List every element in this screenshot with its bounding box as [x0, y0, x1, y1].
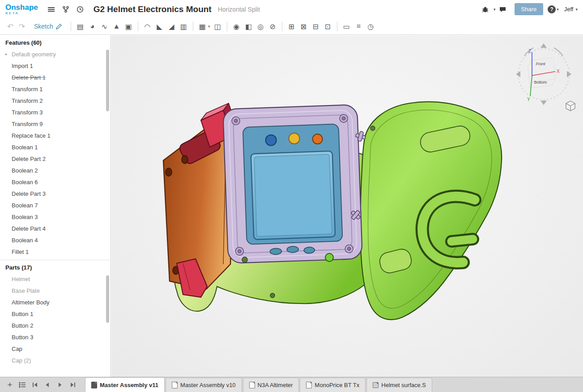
main-menu-icon[interactable]	[46, 4, 57, 15]
fillet-icon[interactable]: ◠	[141, 21, 153, 32]
first-tab-button[interactable]	[30, 379, 40, 390]
feature-item[interactable]: Boolean 3	[0, 211, 111, 223]
feature-item[interactable]: Boolean 4	[0, 234, 111, 246]
user-menu[interactable]: Jeff ▾	[564, 6, 578, 13]
move-face-icon[interactable]: ⊟	[310, 21, 322, 32]
model-canvas[interactable]	[138, 93, 514, 335]
pencil-icon	[55, 23, 62, 30]
feature-item[interactable]: Delete Part 2	[0, 153, 111, 164]
bottom-face-label[interactable]: Bottom	[534, 80, 547, 84]
feature-item[interactable]: Delete Part 1	[0, 72, 111, 83]
parts-scrollbar[interactable]	[106, 275, 109, 323]
rotate-up-arrow-icon[interactable]	[540, 43, 547, 48]
feature-label: Delete Part 1	[12, 74, 46, 81]
tab-list-button[interactable]	[17, 379, 28, 390]
next-tab-button[interactable]	[55, 379, 65, 390]
mirror-icon[interactable]: ◫	[212, 21, 224, 32]
last-tab-button[interactable]	[67, 379, 78, 390]
history-icon[interactable]: ◷	[365, 21, 377, 32]
document-tab[interactable]: Master Assembly v10	[166, 378, 242, 392]
part-helmet-mount-shield[interactable]	[361, 102, 502, 320]
transform-icon[interactable]: ⊞	[285, 21, 298, 32]
delete-part-icon[interactable]: ⊘	[267, 21, 279, 32]
extrude-icon[interactable]: ▤	[74, 21, 86, 32]
replace-face-icon[interactable]: ⊡	[322, 21, 334, 32]
boolean-icon[interactable]: ◉	[230, 21, 243, 32]
document-tab[interactable]: N3A Altimeter	[243, 378, 299, 392]
previous-tab-button[interactable]	[42, 379, 53, 390]
redo-icon[interactable]: ↷	[16, 22, 28, 31]
x-axis-label: X	[557, 69, 560, 74]
part-button-3[interactable]	[312, 134, 323, 144]
thicken-icon[interactable]: ▣	[123, 21, 135, 32]
document-tab[interactable]: MonoPrice BT Tx	[300, 378, 366, 392]
part-item[interactable]: Altimeter Body	[0, 296, 111, 308]
share-button[interactable]: Share	[515, 3, 544, 15]
part-button-1[interactable]	[265, 135, 277, 146]
measure-icon[interactable]: ▭	[340, 21, 353, 32]
workspace-subtitle: Horizontal Split	[218, 6, 260, 13]
feature-item[interactable]: Boolean 1	[0, 141, 111, 153]
pattern-dropdown-caret-icon[interactable]: ▾	[207, 21, 212, 32]
mass-properties-icon[interactable]: ≡	[353, 21, 365, 32]
feature-item[interactable]: Transform 2	[0, 95, 111, 106]
sketch-button[interactable]: Sketch	[34, 23, 62, 30]
feature-item[interactable]: Boolean 2	[0, 164, 111, 176]
feature-item[interactable]: Boolean 7	[0, 199, 111, 211]
document-tab[interactable]: Helmet surface.S	[366, 378, 432, 392]
tab-document-icon	[91, 382, 97, 388]
part-altimeter-frame[interactable]	[223, 105, 362, 263]
chamfer-icon[interactable]: ◣	[153, 21, 166, 32]
history-clock-icon[interactable]	[74, 4, 86, 15]
help-icon[interactable]: ?	[548, 5, 556, 13]
feedback-caret-icon[interactable]: ▾	[494, 7, 496, 12]
feature-item[interactable]: Delete Part 4	[0, 223, 111, 234]
revolve-icon[interactable]: ◕	[86, 21, 98, 32]
feature-item[interactable]: Delete Part 3	[0, 188, 111, 199]
sweep-icon[interactable]: ∿	[98, 21, 111, 32]
toolbar-divider	[71, 21, 71, 31]
onshape-logo[interactable]: Onshape BETA	[5, 4, 38, 15]
part-item[interactable]: Helmet	[0, 273, 111, 285]
feature-item[interactable]: Fillet 1	[0, 246, 111, 257]
comments-icon[interactable]	[497, 4, 509, 15]
feedback-bug-icon[interactable]	[480, 4, 491, 15]
draft-icon[interactable]: ◢	[166, 21, 178, 32]
shell-icon[interactable]: ▥	[178, 21, 190, 32]
add-tab-button[interactable]: +	[4, 379, 15, 390]
intersect-icon[interactable]: ◎	[255, 21, 267, 32]
feature-item[interactable]: Transform 9	[0, 118, 111, 130]
help-caret-icon[interactable]: ▾	[557, 7, 559, 12]
undo-icon[interactable]: ↶	[4, 22, 16, 31]
delete-face-icon[interactable]: ⊠	[298, 21, 310, 32]
document-tab[interactable]: Master Assembly v11	[85, 377, 165, 392]
view-cube[interactable]: Z X Y Front Bottom	[511, 39, 580, 108]
features-header: Features (60)	[0, 35, 111, 48]
toolbar-icons: ▤ ◕ ∿ ▲ ▣ ◠ ◣ ◢ ▥ ▦ ▾ ◫ ◉	[68, 21, 377, 32]
feature-item[interactable]: Replace face 1	[0, 130, 111, 141]
logo-text: Onshape	[5, 4, 38, 11]
part-button-2[interactable]	[289, 133, 300, 144]
features-scrollbar[interactable]	[106, 50, 109, 111]
isometric-view-button[interactable]	[564, 100, 577, 112]
front-face-label[interactable]: Front	[536, 62, 545, 66]
part-item[interactable]: Cap	[0, 343, 111, 354]
feature-item[interactable]: Transform 1	[0, 83, 111, 95]
rotate-down-arrow-icon[interactable]	[540, 101, 547, 105]
part-item[interactable]: Cap (2)	[0, 354, 111, 366]
document-title: G2 Helmet Electronics Mount	[94, 4, 212, 14]
feature-item[interactable]: Import 1	[0, 60, 111, 72]
part-item[interactable]: Button 1	[0, 308, 111, 320]
feature-item[interactable]: Boolean 6	[0, 176, 111, 188]
versions-branch-icon[interactable]	[60, 4, 72, 15]
part-item[interactable]: Button 2	[0, 320, 111, 331]
split-icon[interactable]: ◧	[243, 21, 255, 32]
feature-item[interactable]: ▸ Default geometry	[0, 48, 111, 60]
loft-icon[interactable]: ▲	[111, 21, 123, 32]
part-item[interactable]: Base Plate	[0, 285, 111, 296]
feature-item[interactable]: Transform 3	[0, 106, 111, 118]
graphics-area[interactable]: Z X Y Front Bottom	[111, 35, 583, 377]
parts-header: Parts (17)	[0, 260, 111, 273]
part-cap-button[interactable]	[325, 253, 333, 261]
part-item[interactable]: Button 3	[0, 331, 111, 343]
